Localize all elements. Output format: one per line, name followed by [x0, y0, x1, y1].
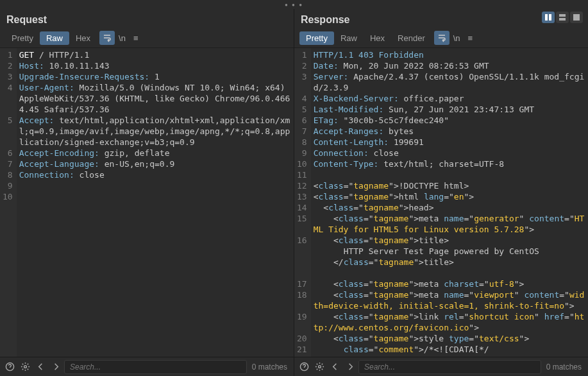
request-match-count: 0 matches — [248, 363, 291, 372]
wrap-icon[interactable] — [99, 31, 115, 45]
request-title: Request — [0, 9, 294, 30]
response-tabs: Pretty Raw Hex Render \n ≡ — [294, 30, 588, 47]
panel-menu-icon[interactable]: ≡ — [464, 33, 477, 43]
request-editor[interactable]: 12345678910 GET / HTTP/1.1Host: 10.10.11… — [0, 47, 294, 357]
response-search-input[interactable] — [358, 360, 541, 374]
request-panel: Request Pretty Raw Hex \n ≡ 12345678910 … — [0, 9, 294, 357]
tab-hex[interactable]: Hex — [364, 31, 391, 45]
request-search-input[interactable] — [64, 360, 247, 374]
view-split-vertical[interactable] — [542, 12, 555, 23]
next-match-icon[interactable] — [49, 360, 63, 374]
tab-render[interactable]: Render — [391, 31, 432, 45]
panel-grip[interactable]: ● ● ● — [0, 0, 588, 9]
newline-icon[interactable]: \n — [449, 33, 464, 43]
panel-menu-icon[interactable]: ≡ — [130, 33, 142, 43]
response-lines[interactable]: HTTP/1.1 403 ForbiddenDate: Mon, 20 Jun … — [311, 48, 588, 357]
response-match-count: 0 matches — [542, 363, 585, 372]
footer: 0 matches 0 matches — [0, 357, 588, 376]
tab-hex[interactable]: Hex — [69, 31, 97, 45]
view-single[interactable] — [570, 12, 583, 23]
wrap-icon[interactable] — [434, 31, 449, 45]
gear-icon[interactable] — [18, 360, 32, 374]
svg-point-8 — [318, 366, 321, 368]
help-icon[interactable] — [3, 360, 17, 374]
request-gutter: 12345678910 — [0, 48, 17, 357]
svg-rect-4 — [573, 14, 580, 21]
prev-match-icon[interactable] — [328, 360, 342, 374]
request-lines[interactable]: GET / HTTP/1.1Host: 10.10.11.143Upgrade-… — [17, 48, 294, 357]
tab-raw[interactable]: Raw — [334, 31, 364, 45]
tab-pretty[interactable]: Pretty — [5, 31, 40, 45]
svg-rect-0 — [545, 14, 548, 21]
request-footer: 0 matches — [0, 357, 294, 376]
prev-match-icon[interactable] — [33, 360, 47, 374]
response-gutter: 123456789101112131415161718192021 — [294, 48, 311, 357]
response-panel: Response Pretty Raw Hex Render \n ≡ 1234… — [294, 9, 588, 357]
newline-icon[interactable]: \n — [115, 33, 130, 43]
grip-dots-icon: ● ● ● — [285, 2, 303, 8]
request-tabs: Pretty Raw Hex \n ≡ — [0, 30, 294, 47]
next-match-icon[interactable] — [343, 360, 357, 374]
tab-pretty[interactable]: Pretty — [299, 31, 334, 45]
help-icon[interactable] — [297, 360, 311, 374]
svg-rect-2 — [559, 14, 566, 17]
svg-point-6 — [24, 366, 26, 368]
svg-rect-1 — [549, 14, 551, 21]
view-split-horizontal[interactable] — [556, 12, 569, 23]
gear-icon[interactable] — [312, 360, 326, 374]
view-mode-controls — [542, 12, 583, 23]
response-editor[interactable]: 123456789101112131415161718192021 HTTP/1… — [294, 47, 588, 357]
response-footer: 0 matches — [294, 357, 588, 376]
svg-rect-3 — [559, 18, 566, 21]
tab-raw[interactable]: Raw — [40, 31, 69, 45]
